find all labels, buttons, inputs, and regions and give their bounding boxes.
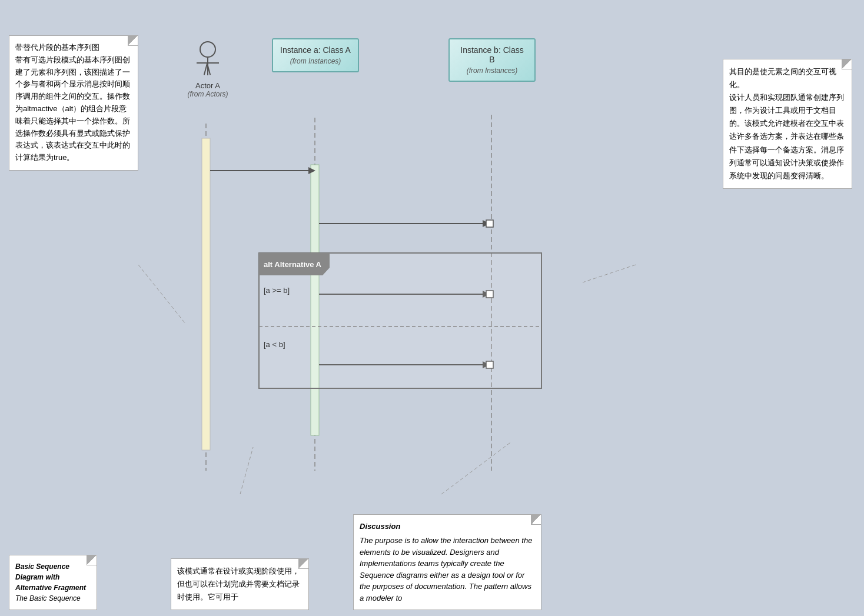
- svg-marker-12: [483, 220, 490, 227]
- note-left-top-text: 带替代片段的基本序列图 带有可选片段模式的基本序列图创建了元素和序列图，该图描述…: [15, 42, 132, 164]
- instance-a-box: Instance a: Class A (from Instances): [272, 38, 359, 72]
- svg-line-2: [240, 447, 253, 494]
- note-bottom-left: Basic Sequence Diagram with Alternative …: [9, 555, 97, 610]
- svg-text:alt Alternative A: alt Alternative A: [264, 260, 322, 269]
- svg-rect-16: [486, 291, 493, 298]
- note-left-top: 带替代片段的基本序列图 带有可选片段模式的基本序列图创建了元素和序列图，该图描述…: [9, 35, 138, 171]
- instance-b-title: Instance b: Class B: [457, 45, 527, 64]
- discussion-text: The purpose is to allow the interaction …: [360, 535, 535, 604]
- note-right-text: 其目的是使元素之间的交互可视化。 设计人员和实现团队通常创建序列图，作为设计工具…: [729, 65, 846, 182]
- note-bottom-left-title: Basic Sequence Diagram with Alternative …: [15, 561, 91, 593]
- svg-rect-8: [311, 165, 319, 435]
- note-right: 其目的是使元素之间的交互可视化。 设计人员和实现团队通常创建序列图，作为设计工具…: [723, 59, 852, 189]
- discussion-title: Discussion: [360, 521, 535, 532]
- svg-line-0: [138, 265, 185, 324]
- svg-marker-18: [483, 361, 490, 368]
- instance-b-from: (from Instances): [457, 66, 527, 75]
- note-bottom-center: 该模式通常在设计或实现阶段使用，但也可以在计划完成并需要文档记录时使用。它可用于: [171, 558, 309, 610]
- svg-marker-15: [483, 291, 490, 298]
- svg-marker-21: [259, 253, 330, 275]
- note-bottom-center-text: 该模式通常在设计或实现阶段使用，但也可以在计划完成并需要文档记录时使用。它可用于: [177, 565, 303, 604]
- instance-a-title: Instance a: Class A: [280, 45, 351, 55]
- svg-line-3: [441, 441, 512, 494]
- svg-text:[a < b]: [a < b]: [264, 340, 285, 349]
- note-bottom-right: Discussion The purpose is to allow the i…: [353, 514, 541, 611]
- actor-name: Actor A: [187, 81, 228, 90]
- svg-rect-19: [486, 361, 493, 368]
- svg-marker-10: [308, 167, 315, 174]
- actor-a: Actor A (from Actors): [187, 41, 228, 98]
- note-bottom-left-text: The Basic Sequence: [15, 593, 91, 604]
- svg-rect-7: [202, 138, 210, 450]
- instance-a-from: (from Instances): [280, 57, 351, 65]
- svg-line-1: [583, 265, 636, 282]
- instance-b-box: Instance b: Class B (from Instances): [448, 38, 536, 82]
- main-canvas: 带替代片段的基本序列图 带有可选片段模式的基本序列图创建了元素和序列图，该图描述…: [0, 0, 864, 616]
- svg-rect-13: [486, 220, 493, 227]
- actor-from: (from Actors): [187, 90, 228, 98]
- svg-text:[a >= b]: [a >= b]: [264, 286, 290, 295]
- svg-rect-20: [259, 253, 541, 388]
